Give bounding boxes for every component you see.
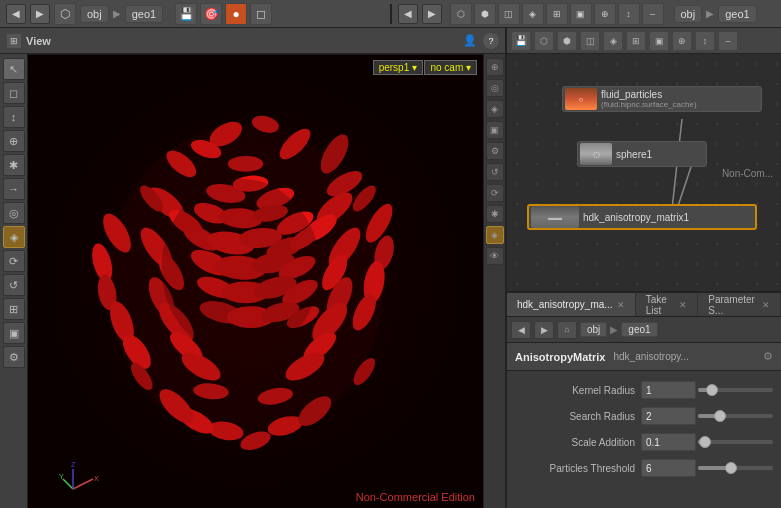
tool-rotate[interactable]: ⊕ (3, 130, 25, 152)
rt-tool-6[interactable]: ↺ (486, 163, 504, 181)
tool-scale[interactable]: ✱ (3, 154, 25, 176)
node-tool-2[interactable]: ⬢ (557, 31, 577, 51)
node-tool-6[interactable]: ▣ (649, 31, 669, 51)
tool-transform[interactable]: → (3, 178, 25, 200)
axes-indicator: X Y Z (58, 459, 108, 499)
view-header-icons: 👤 ? (461, 32, 499, 50)
camera-label[interactable]: no cam ▾ (424, 60, 477, 75)
view-person-icon[interactable]: 👤 (461, 32, 479, 50)
search-radius-handle[interactable] (714, 410, 726, 422)
kernel-radius-input[interactable] (641, 381, 696, 399)
net-icon-9[interactable]: – (642, 3, 664, 25)
tool-particle[interactable]: ↺ (3, 274, 25, 296)
tab-hdk-anisotropy[interactable]: hdk_anisotropy_ma... ✕ (507, 293, 636, 316)
params-gear-icon[interactable]: ⚙ (763, 350, 773, 363)
search-radius-slider[interactable] (698, 414, 773, 418)
render-icon[interactable]: 🎯 (200, 3, 222, 25)
tool-select[interactable]: ↖ (3, 58, 25, 80)
tool-render[interactable]: ▣ (3, 322, 25, 344)
node-tool-4[interactable]: ◈ (603, 31, 623, 51)
net-icon-7[interactable]: ⊕ (594, 3, 616, 25)
rt-tool-2[interactable]: ◎ (486, 79, 504, 97)
node-editor[interactable]: 💾 ⬡ ⬢ ◫ ◈ ⊞ ▣ ⊕ ↕ – (507, 28, 781, 293)
forward-button-right[interactable]: ▶ (422, 4, 442, 24)
view-options-icon[interactable]: ⊞ (6, 33, 22, 49)
params-breadcrumb-geo1[interactable]: geo1 (621, 322, 657, 337)
particles-threshold-track (698, 466, 728, 470)
node-tool-7[interactable]: ⊕ (672, 31, 692, 51)
tool-settings[interactable]: ⚙ (3, 346, 25, 368)
tab-close-hdk[interactable]: ✕ (617, 300, 625, 310)
net-icon-3[interactable]: ◫ (498, 3, 520, 25)
params-forward-btn[interactable]: ▶ (534, 321, 554, 339)
scale-addition-input[interactable] (641, 433, 696, 451)
back-button-right[interactable]: ◀ (398, 4, 418, 24)
net-icon-8[interactable]: ↕ (618, 3, 640, 25)
params-home-btn[interactable]: ⌂ (557, 321, 577, 339)
breadcrumb-obj-left[interactable]: obj (80, 5, 109, 23)
rt-tool-7[interactable]: ⟳ (486, 184, 504, 202)
perspective-label[interactable]: persp1 ▾ (373, 60, 423, 75)
view-help-icon[interactable]: ? (483, 33, 499, 49)
rt-tool-4[interactable]: ▣ (486, 121, 504, 139)
rt-tool-1[interactable]: ⊕ (486, 58, 504, 76)
search-radius-input[interactable] (641, 407, 696, 425)
rt-tool-3[interactable]: ◈ (486, 100, 504, 118)
node-tool-save[interactable]: 💾 (511, 31, 531, 51)
scale-addition-label: Scale Addition (515, 437, 635, 448)
params-back-btn[interactable]: ◀ (511, 321, 531, 339)
tool-light[interactable]: ⟳ (3, 250, 25, 272)
kernel-radius-handle[interactable] (706, 384, 718, 396)
breadcrumb-geo1-right[interactable]: geo1 (718, 5, 756, 23)
node-fluid-sublabel: (fluid.hipnc.surface_cache) (601, 100, 697, 109)
breadcrumb-obj-right[interactable]: obj (674, 5, 703, 23)
rt-tool-5[interactable]: ⚙ (486, 142, 504, 160)
breadcrumb-geo1-left[interactable]: geo1 (125, 5, 163, 23)
node-canvas[interactable]: ○ fluid_particles (fluid.hipnc.surface_c… (507, 54, 781, 291)
particles-threshold-handle[interactable] (725, 462, 737, 474)
node-toolbar: 💾 ⬡ ⬢ ◫ ◈ ⊞ ▣ ⊕ ↕ – (507, 28, 781, 54)
node-tool-3[interactable]: ◫ (580, 31, 600, 51)
rt-tool-8[interactable]: ✱ (486, 205, 504, 223)
net-icon-1[interactable]: ⬡ (450, 3, 472, 25)
tool-box[interactable]: ◻ (3, 82, 25, 104)
forward-button-left[interactable]: ▶ (30, 4, 50, 24)
particles-threshold-slider[interactable] (698, 466, 773, 470)
scale-addition-slider[interactable] (698, 440, 773, 444)
node-tool-1[interactable]: ⬡ (534, 31, 554, 51)
node-tool-8[interactable]: ↕ (695, 31, 715, 51)
rt-tool-9[interactable]: ◈ (486, 226, 504, 244)
tool-pivot[interactable]: ◎ (3, 202, 25, 224)
scale-addition-handle[interactable] (699, 436, 711, 448)
node-tool-5[interactable]: ⊞ (626, 31, 646, 51)
node-fluid-name: fluid_particles (601, 89, 697, 100)
tool-move[interactable]: ↕ (3, 106, 25, 128)
save-icon[interactable]: 💾 (175, 3, 197, 25)
non-commercial-banner: Non-Com... (722, 167, 773, 178)
node-fluid-particles[interactable]: ○ fluid_particles (fluid.hipnc.surface_c… (562, 84, 762, 114)
rt-tool-10[interactable]: 👁 (486, 247, 504, 265)
params-breadcrumb-obj[interactable]: obj (580, 322, 607, 337)
node-sphere1[interactable]: ◌ sphere1 (577, 139, 707, 169)
tool-camera[interactable]: ◈ (3, 226, 25, 248)
camera-icon[interactable]: ● (225, 3, 247, 25)
net-icon-6[interactable]: ▣ (570, 3, 592, 25)
svg-text:Y: Y (59, 473, 64, 480)
kernel-radius-label: Kernel Radius (515, 385, 635, 396)
tab-close-params[interactable]: ✕ (762, 300, 770, 310)
viewer-icon[interactable]: ◻ (250, 3, 272, 25)
tab-close-take[interactable]: ✕ (679, 300, 687, 310)
net-icon-2[interactable]: ⬢ (474, 3, 496, 25)
particles-threshold-input[interactable] (641, 459, 696, 477)
top-bar-left: ◀ ▶ ⬡ obj ▶ geo1 💾 🎯 ● ◻ (0, 3, 390, 25)
kernel-radius-slider[interactable] (698, 388, 773, 392)
tab-take-list[interactable]: Take List ✕ (636, 293, 699, 316)
net-icon-4[interactable]: ◈ (522, 3, 544, 25)
tool-grid[interactable]: ⊞ (3, 298, 25, 320)
node-tool-9[interactable]: – (718, 31, 738, 51)
viewport-area[interactable]: persp1 ▾ no cam ▾ Non-Commercial Edition… (28, 54, 483, 508)
tab-parameter-s[interactable]: Parameter S... ✕ (698, 293, 781, 316)
node-hdk-anisotropy[interactable]: ▬▬ hdk_anisotropy_matrix1 (527, 202, 757, 232)
back-button-left[interactable]: ◀ (6, 4, 26, 24)
net-icon-5[interactable]: ⊞ (546, 3, 568, 25)
